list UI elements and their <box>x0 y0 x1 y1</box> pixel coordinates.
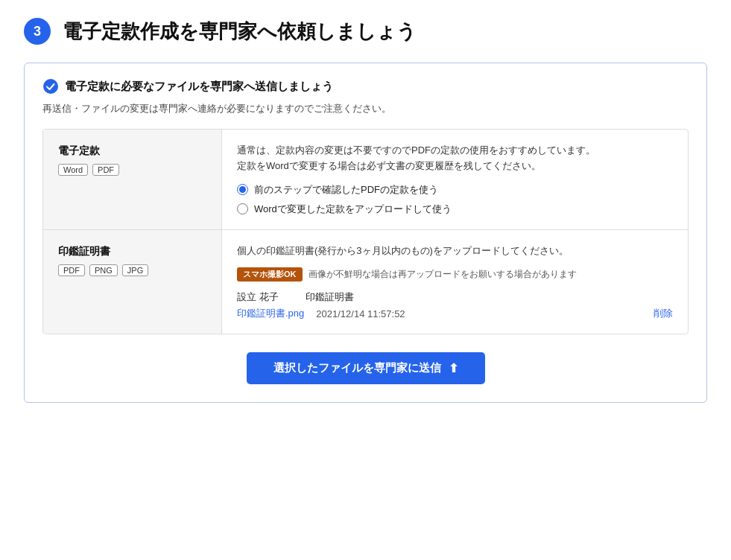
page-header: 3 電子定款作成を専門家へ依頼しましょう <box>24 18 707 45</box>
file-row-inkan: 印鑑証明書 PDF PNG JPG 個人の印鑑証明書(発行から3ヶ月以内のもの)… <box>43 230 688 334</box>
main-card: 電子定款に必要なファイルを専門家へ送信しましょう 再送信・ファイルの変更は専門家… <box>24 63 707 403</box>
file-row-teikan: 電子定款 Word PDF 通常は、定款内容の変更は不要ですのでPDFの定款の使… <box>43 130 688 230</box>
page-title: 電子定款作成を専門家へ依頼しましょう <box>63 19 417 45</box>
teikan-label-col: 電子定款 Word PDF <box>43 130 222 229</box>
upload-icon: ⬆ <box>449 361 458 375</box>
radio-use-word[interactable]: Wordで変更した定款をアップロードして使う <box>237 203 673 216</box>
teikan-content-col: 通常は、定款内容の変更は不要ですのでPDFの定款の使用をおすすめしています。定款… <box>222 130 688 229</box>
submit-button[interactable]: 選択したファイルを専門家に送信 ⬆ <box>247 352 485 384</box>
upload-file-row: 印鑑証明書.png 2021/12/14 11:57:52 削除 <box>237 307 673 320</box>
teikan-radio-group: 前のステップで確認したPDFの定款を使う Wordで変更した定款をアップロードし… <box>237 183 673 216</box>
badge-pdf: PDF <box>92 164 119 176</box>
radio-use-word-label: Wordで変更した定款をアップロードして使う <box>254 203 452 216</box>
badge-pdf2: PDF <box>58 264 85 276</box>
radio-use-word-input[interactable] <box>237 203 248 214</box>
inkan-label-col: 印鑑証明書 PDF PNG JPG <box>43 230 222 334</box>
upload-person-row: 設立 花子 印鑑証明書 <box>237 290 673 304</box>
inkan-description: 個人の印鑑証明書(発行から3ヶ月以内のもの)をアップロードしてください。 <box>237 244 673 259</box>
svg-point-0 <box>43 79 58 94</box>
inkan-label: 印鑑証明書 <box>58 245 206 258</box>
smartphone-note: 画像が不鮮明な場合は再アップロードをお願いする場合があります <box>308 268 577 281</box>
teikan-badges: Word PDF <box>58 164 206 176</box>
badge-png: PNG <box>89 264 118 276</box>
upload-person-name: 設立 花子 <box>237 290 297 304</box>
badge-word: Word <box>58 164 88 176</box>
teikan-description: 通常は、定款内容の変更は不要ですのでPDFの定款の使用をおすすめしています。定款… <box>237 143 673 174</box>
upload-file-link[interactable]: 印鑑証明書.png <box>237 307 304 320</box>
check-circle-icon <box>42 78 59 95</box>
upload-timestamp: 2021/12/14 11:57:52 <box>316 308 405 319</box>
submit-btn-row: 選択したファイルを専門家に送信 ⬆ <box>42 352 689 384</box>
section-header-text: 電子定款に必要なファイルを専門家へ送信しましょう <box>65 80 333 94</box>
smartphone-row: スマホ撮影OK 画像が不鮮明な場合は再アップロードをお願いする場合があります <box>237 267 673 281</box>
badge-jpg: JPG <box>122 264 148 276</box>
radio-use-pdf-label: 前のステップで確認したPDFの定款を使う <box>254 183 438 197</box>
submit-button-label: 選択したファイルを専門家に送信 <box>273 361 441 375</box>
smartphone-badge: スマホ撮影OK <box>237 267 303 281</box>
section-header: 電子定款に必要なファイルを専門家へ送信しましょう <box>42 78 689 95</box>
teikan-label: 電子定款 <box>58 144 206 158</box>
page-wrapper: 3 電子定款作成を専門家へ依頼しましょう 電子定款に必要なファイルを専門家へ送信… <box>0 0 731 421</box>
step-badge: 3 <box>24 18 51 45</box>
radio-use-pdf-input[interactable] <box>237 184 248 195</box>
radio-use-pdf[interactable]: 前のステップで確認したPDFの定款を使う <box>237 183 673 197</box>
delete-link[interactable]: 削除 <box>654 307 673 320</box>
upload-doc-label: 印鑑証明書 <box>306 290 365 304</box>
upload-info-row: 設立 花子 印鑑証明書 印鑑証明書.png 2021/12/14 11:57:5… <box>237 290 673 320</box>
inkan-badges: PDF PNG JPG <box>58 264 206 276</box>
inkan-content-col: 個人の印鑑証明書(発行から3ヶ月以内のもの)をアップロードしてください。 スマホ… <box>222 230 688 334</box>
file-section-container: 電子定款 Word PDF 通常は、定款内容の変更は不要ですのでPDFの定款の使… <box>42 129 689 334</box>
notice-text: 再送信・ファイルの変更は専門家へ連絡が必要になりますのでご注意ください。 <box>42 102 689 115</box>
